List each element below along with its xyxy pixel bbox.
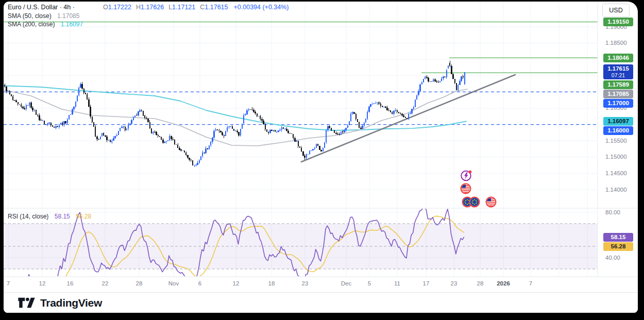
- rsi-ma-value: 56.28: [76, 213, 91, 220]
- brand-text: TradingView: [40, 297, 102, 309]
- time-label-5: 5: [368, 280, 371, 287]
- price-tick-1.14000: 1.14000: [605, 187, 627, 193]
- price-badge-1.17589: 1.17589: [603, 80, 633, 89]
- time-label-16: 16: [67, 280, 74, 287]
- sma200-label: SMA (200, close): [8, 21, 55, 28]
- symbol-legend: Euro / U.S. Dollar · 4h · O1.17222H1.176…: [8, 4, 289, 11]
- us-flag-icon[interactable]: [485, 196, 497, 208]
- time-label-12: 12: [233, 280, 240, 287]
- price-badge-1.18046: 1.18046: [603, 54, 633, 62]
- time-label-6: 6: [198, 280, 201, 287]
- time-label-23: 23: [451, 280, 457, 287]
- chart-card: Euro / U.S. Dollar · 4h · O1.17222H1.176…: [4, 2, 638, 313]
- change-value: +0.00394 (+0.34%): [234, 4, 289, 11]
- symbol-title: Euro / U.S. Dollar · 4h ·: [8, 4, 103, 11]
- price-chart-canvas[interactable]: [4, 2, 638, 313]
- price-tick-1.18500: 1.18500: [605, 40, 627, 46]
- time-label-28: 28: [136, 280, 143, 287]
- ohlc-h: H1.17626: [136, 4, 164, 11]
- us-flag-icon[interactable]: [460, 182, 472, 195]
- rsi-value: 58.15: [55, 213, 70, 220]
- time-label-12: 12: [39, 280, 46, 287]
- tradingview-logo[interactable]: TradingView: [17, 297, 102, 309]
- tradingview-logo-mark: [17, 297, 37, 309]
- time-label-28: 28: [477, 280, 484, 287]
- footer-bar: TradingView: [4, 292, 638, 313]
- ohlc-c: C1.17615: [200, 4, 228, 11]
- time-label-22: 22: [102, 280, 109, 287]
- time-label-18: 18: [268, 280, 275, 287]
- rsi-badge-58.15: 58.15: [603, 233, 633, 242]
- rsi-tick-80.00: 80.00: [605, 209, 620, 215]
- time-label-11: 11: [394, 280, 400, 287]
- price-badge-1.17085: 1.17085: [603, 90, 633, 98]
- rsi-legend: RSI (14, close) 58.15 56.28: [8, 213, 91, 220]
- time-label-Dec: Dec: [341, 280, 351, 287]
- sma50-legend: SMA (50, close) 1.17085: [8, 12, 79, 20]
- rsi-tick-40.00: 40.00: [605, 255, 620, 261]
- price-badge-1.17615: 1.1761507:21: [603, 64, 633, 79]
- economic-event-icon[interactable]: [460, 170, 472, 182]
- price-badge-1.16097: 1.16097: [603, 117, 633, 126]
- sma50-value: 1.17085: [57, 12, 79, 20]
- price-tick-1.15500: 1.15500: [605, 138, 627, 144]
- eu-flag-icon[interactable]: [468, 196, 481, 208]
- rsi-label: RSI (14, close): [8, 213, 48, 220]
- time-label-2026: 2026: [497, 280, 510, 287]
- price-tick-1.15000: 1.15000: [605, 154, 627, 160]
- time-label-17: 17: [423, 280, 430, 287]
- rsi-badge-56.28: 56.28: [603, 242, 633, 251]
- sma200-value: 1.16097: [61, 21, 83, 28]
- time-label-23: 23: [302, 280, 309, 287]
- sma50-label: SMA (50, close): [8, 12, 52, 20]
- ohlc-o: O1.17222: [103, 4, 131, 11]
- price-badge-1.19150: 1.19150: [603, 18, 633, 26]
- price-tick-1.14500: 1.14500: [605, 170, 627, 176]
- ohlc-l: L1.17121: [168, 4, 195, 11]
- price-badge-1.16000: 1.16000: [603, 126, 633, 135]
- time-label-7: 7: [7, 280, 10, 287]
- time-label-7: 7: [529, 280, 532, 287]
- price-badge-1.17000: 1.17000: [603, 99, 633, 108]
- sma200-legend: SMA (200, close) 1.16097: [8, 21, 83, 28]
- ohlc-values: O1.17222H1.17626L1.17121C1.17615: [103, 4, 233, 11]
- currency-toggle-button[interactable]: USD: [602, 4, 630, 17]
- bar-countdown: 07:21: [603, 72, 633, 79]
- time-label-Nov: Nov: [168, 280, 179, 287]
- candles-layer: [4, 58, 465, 166]
